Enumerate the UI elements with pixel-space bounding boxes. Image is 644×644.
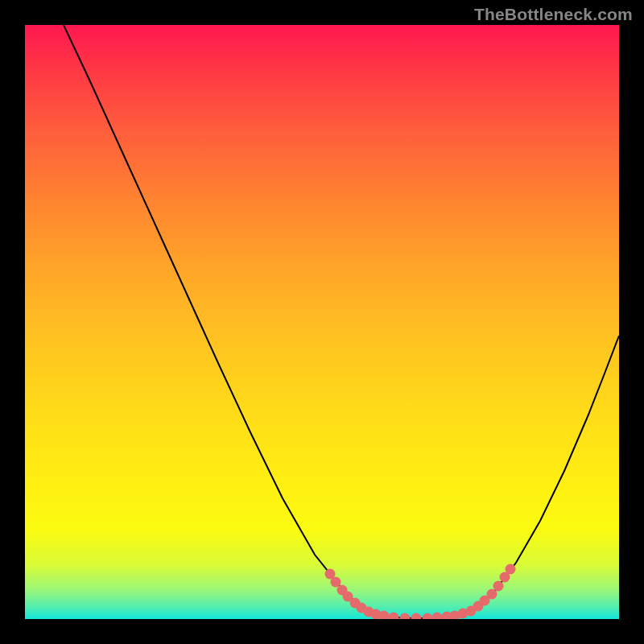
curve-right-branch [455,336,619,616]
chart-svg [25,25,619,619]
curve-group [64,25,619,618]
marker-dots [325,564,516,620]
marker-dot [423,613,433,620]
marker-dot [389,613,399,620]
curve-left-branch [64,25,384,616]
marker-dot [506,564,516,575]
marker-dot [432,613,443,620]
marker-dot [411,613,422,620]
marker-dot [400,613,411,620]
watermark-text: TheBottleneck.com [474,5,633,24]
marker-dot [493,581,504,592]
